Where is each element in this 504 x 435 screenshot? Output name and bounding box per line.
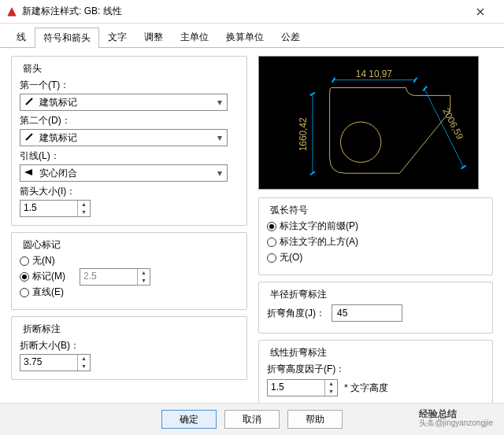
jog-angle-label: 折弯角度(J)： (267, 307, 325, 320)
arc-before-option[interactable]: 标注文字的前缀(P) (267, 219, 484, 233)
second-arrow-combo[interactable]: 建筑标记 ▾ (20, 129, 228, 146)
arrow-size-label: 箭头大小(I)： (20, 185, 239, 198)
arc-symbol-group: 弧长符号 标注文字的前缀(P) 标注文字的上方(A) 无(O) (258, 197, 493, 275)
cancel-button[interactable]: 取消 (224, 410, 280, 429)
center-none-option[interactable]: 无(N) (20, 254, 65, 267)
radio-icon (20, 288, 29, 297)
radius-jog-legend: 半径折弯标注 (267, 288, 330, 301)
first-arrow-value: 建筑标记 (38, 96, 213, 109)
chevron-down-icon: ▾ (213, 97, 227, 108)
radius-jog-group: 半径折弯标注 折弯角度(J)： 45 (258, 282, 493, 334)
svg-line-1 (26, 98, 32, 105)
center-mark-label: 标记(M) (32, 270, 65, 283)
arrow-size-value: 1.5 (20, 201, 77, 216)
center-mark-option[interactable]: 标记(M) (20, 270, 65, 283)
center-size-value: 2.5 (80, 269, 137, 285)
linear-jog-legend: 线性折弯标注 (267, 346, 330, 359)
window-title: 新建标注样式: GB: 线性 (22, 5, 463, 18)
dimension-preview: 14 10,97 1660,42 2006,59 (258, 56, 479, 190)
leader-value: 实心闭合 (38, 167, 213, 180)
arc-above-option[interactable]: 标注文字的上方(A) (267, 235, 484, 249)
watermark-small: 头条@jingyanzongjie (419, 418, 493, 429)
second-arrow-label: 第二个(D)： (20, 114, 239, 127)
arrows-legend: 箭头 (20, 62, 45, 76)
watermark: 经验总结 头条@jingyanzongjie (419, 406, 493, 429)
tick-icon (24, 97, 35, 109)
filled-arrow-icon (24, 168, 35, 179)
arc-none-option[interactable]: 无(O) (267, 251, 484, 264)
spinner-buttons[interactable]: ▲▼ (77, 355, 90, 370)
second-arrow-value: 建筑标记 (38, 131, 213, 145)
jog-angle-input[interactable]: 45 (332, 304, 402, 322)
tab-fit[interactable]: 调整 (135, 27, 172, 47)
tab-bar: 线 符号和箭头 文字 调整 主单位 换算单位 公差 (0, 24, 504, 48)
first-arrow-label: 第一个(T)： (20, 79, 239, 92)
svg-text:2006,59: 2006,59 (440, 106, 465, 142)
chevron-down-icon: ▾ (213, 132, 227, 143)
leader-combo[interactable]: 实心闭合 ▾ (20, 164, 228, 182)
arc-none-label: 无(O) (280, 251, 302, 264)
spinner-buttons[interactable]: ▲▼ (77, 201, 90, 216)
jog-factor-note: * 文字高度 (344, 382, 388, 395)
radio-icon (20, 272, 29, 282)
break-size-spinner[interactable]: 3.75 ▲▼ (20, 354, 91, 371)
break-size-value: 3.75 (20, 355, 77, 370)
jog-factor-label: 折弯高度因子(F)： (267, 363, 484, 376)
center-line-option[interactable]: 直线(E) (20, 286, 65, 299)
svg-point-4 (340, 122, 380, 162)
spinner-buttons[interactable]: ▲▼ (324, 380, 337, 396)
break-size-label: 折断大小(B)： (20, 339, 239, 352)
app-icon (6, 6, 17, 17)
tab-primary-units[interactable]: 主单位 (172, 27, 217, 47)
leader-label: 引线(L)： (20, 149, 239, 163)
svg-text:1660,42: 1660,42 (298, 117, 309, 151)
arc-before-label: 标注文字的前缀(P) (280, 219, 358, 233)
center-line-label: 直线(E) (32, 286, 64, 299)
svg-marker-0 (8, 7, 17, 16)
radio-icon (267, 253, 276, 263)
center-mark-legend: 圆心标记 (20, 238, 64, 252)
radio-icon (20, 256, 29, 266)
tab-text[interactable]: 文字 (99, 27, 135, 47)
arc-symbol-legend: 弧长符号 (267, 204, 311, 217)
dialog-footer: 确定 取消 帮助 经验总结 头条@jingyanzongjie (0, 403, 504, 435)
svg-marker-3 (24, 169, 32, 175)
break-dim-legend: 折断标注 (20, 323, 64, 336)
tab-symbols-arrows[interactable]: 符号和箭头 (35, 28, 99, 48)
jog-angle-value: 45 (337, 308, 347, 319)
arc-above-label: 标注文字的上方(A) (280, 235, 358, 249)
break-dim-group: 折断标注 折断大小(B)： 3.75 ▲▼ (11, 316, 247, 380)
arrow-size-spinner[interactable]: 1.5 ▲▼ (20, 200, 91, 217)
linear-jog-group: 线性折弯标注 折弯高度因子(F)： 1.5 ▲▼ * 文字高度 (258, 340, 493, 408)
radio-icon (267, 238, 276, 247)
jog-factor-value: 1.5 (268, 380, 324, 396)
center-none-label: 无(N) (32, 254, 55, 267)
tab-line[interactable]: 线 (8, 27, 35, 47)
spinner-buttons[interactable]: ▲▼ (137, 269, 150, 285)
first-arrow-combo[interactable]: 建筑标记 ▾ (20, 94, 228, 111)
svg-text:14 10,97: 14 10,97 (356, 68, 392, 79)
arrows-group: 箭头 第一个(T)： 建筑标记 ▾ 第二个(D)： 建筑标记 ▾ (11, 56, 247, 226)
tick-icon (24, 132, 35, 144)
svg-line-13 (461, 165, 466, 168)
radio-icon (267, 222, 276, 231)
tab-tolerance[interactable]: 公差 (272, 27, 309, 47)
tab-alt-units[interactable]: 换算单位 (217, 27, 272, 47)
center-mark-group: 圆心标记 无(N) 标记(M) 直线(E) (11, 232, 247, 310)
close-button[interactable] (463, 0, 498, 24)
chevron-down-icon: ▾ (213, 168, 227, 179)
svg-line-2 (26, 134, 32, 140)
ok-button[interactable]: 确定 (161, 410, 217, 429)
help-button[interactable]: 帮助 (287, 410, 343, 429)
center-size-spinner[interactable]: 2.5 ▲▼ (80, 268, 150, 286)
jog-factor-spinner[interactable]: 1.5 ▲▼ (267, 379, 338, 396)
